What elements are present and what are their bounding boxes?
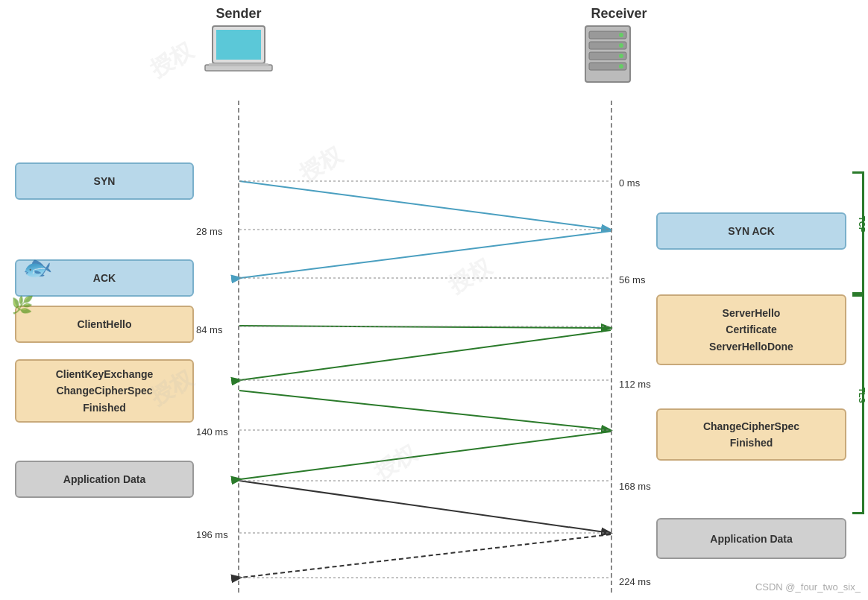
svg-point-11 (619, 54, 623, 58)
clienthello-arrow (239, 326, 610, 328)
svg-point-10 (619, 43, 623, 48)
receiver-label: Receiver (574, 6, 664, 22)
time-84ms: 84 ms (196, 324, 222, 335)
clientkey-box: ClientKeyExchange ChangeCipherSpec Finis… (15, 359, 194, 423)
sender-label: Sender (194, 6, 283, 22)
diagram: 授权 授权 授权 授权 授权 Sender Receiver (0, 0, 868, 600)
receiver-device (567, 22, 649, 92)
clienthello-box: ClientHello (15, 306, 194, 343)
watermark5: 授权 (368, 438, 422, 487)
svg-point-12 (619, 64, 623, 69)
serverhello-box: ServerHello Certificate ServerHelloDone (656, 294, 846, 365)
time-112ms: 112 ms (619, 379, 651, 390)
syn-box: SYN (15, 162, 194, 200)
time-168ms: 168 ms (619, 481, 651, 492)
csdn-watermark: CSDN @_four_two_six_ (755, 581, 861, 593)
cipherspec-arrow (240, 432, 611, 479)
appdata-arrow (239, 481, 610, 533)
time-140ms: 140 ms (196, 426, 228, 438)
appdata-response-arrow (240, 534, 611, 578)
time-0ms: 0 ms (619, 177, 640, 189)
deco1: 🐟 (20, 251, 54, 284)
watermark2: 授权 (294, 140, 347, 189)
watermark3: 授权 (443, 252, 497, 301)
appdata-right-box: Application Data (656, 518, 846, 559)
time-224ms: 224 ms (619, 576, 651, 587)
tls-label: TLS (858, 388, 867, 403)
time-28ms: 28 ms (196, 226, 222, 237)
deco2: 🌿 (10, 294, 34, 317)
cipherspec-right-box: ChangeCipherSpec Finished (656, 408, 846, 461)
time-196ms: 196 ms (196, 529, 228, 540)
synack-box: SYN ACK (656, 212, 846, 250)
receiver-timeline (611, 101, 612, 593)
synack-arrow (240, 231, 611, 278)
appdata-left-box: Application Data (15, 461, 194, 498)
clientkey-arrow (239, 391, 610, 430)
svg-rect-3 (209, 63, 268, 66)
syn-arrow (239, 181, 610, 230)
time-56ms: 56 ms (619, 274, 645, 285)
watermark: 授权 (145, 36, 198, 85)
svg-point-9 (619, 33, 623, 37)
sender-timeline (238, 101, 239, 593)
svg-rect-1 (216, 30, 261, 60)
serverhello-arrow (240, 330, 611, 380)
tcp-label: TCP (858, 216, 867, 233)
sender-device (198, 22, 280, 85)
tls-bracket (852, 294, 864, 514)
tcp-bracket (852, 171, 864, 294)
